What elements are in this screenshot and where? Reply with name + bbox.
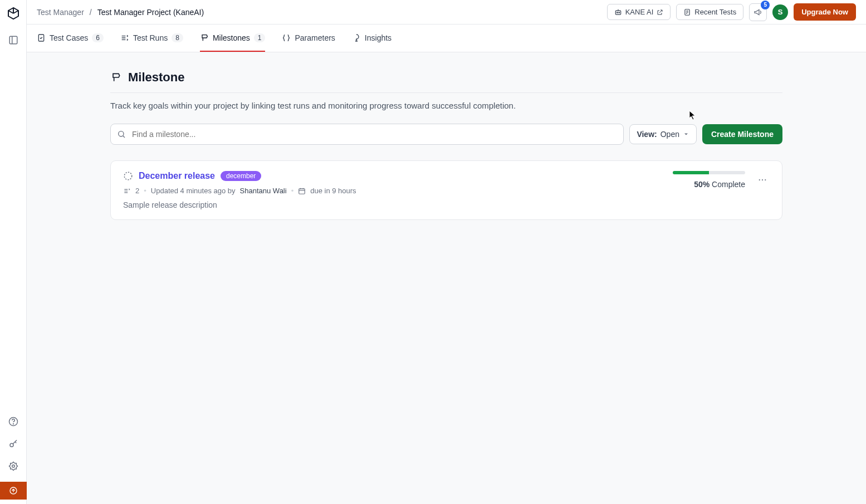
milestone-card: December release december 2 • Updated 4 … (110, 160, 782, 220)
panel-icon[interactable] (7, 33, 20, 47)
milestone-icon (200, 33, 209, 42)
svg-point-4 (10, 443, 13, 447)
help-icon[interactable] (7, 415, 20, 428)
svg-point-9 (619, 12, 620, 13)
topbar: Test Manager / Test Manager Project (Kan… (27, 0, 866, 25)
tab-bar: Test Cases 6 Test Runs 8 Milestones 1 Pa… (27, 25, 866, 52)
svg-point-5 (12, 465, 14, 468)
breadcrumb-current[interactable]: Test Manager Project (KaneAI) (97, 8, 204, 17)
progress-bar (673, 171, 745, 174)
notifications-button[interactable]: 5 (749, 3, 767, 21)
milestone-author: Shantanu Wali (240, 187, 287, 195)
chevron-down-icon (683, 131, 689, 138)
document-icon (683, 8, 691, 16)
insights-icon (352, 33, 361, 42)
svg-line-16 (123, 136, 125, 138)
search-input[interactable] (110, 124, 624, 145)
milestone-tag: december (221, 171, 261, 181)
svg-point-8 (617, 12, 618, 13)
svg-rect-0 (9, 36, 17, 44)
notification-badge: 5 (761, 1, 770, 9)
robot-icon (614, 8, 622, 16)
external-link-icon (657, 9, 663, 16)
kane-ai-button[interactable]: KANE AI (607, 4, 671, 20)
runs-icon (123, 187, 131, 195)
run-count: 2 (135, 187, 139, 195)
upload-icon[interactable] (0, 482, 27, 500)
progress-indicator: 50% Complete (673, 171, 745, 189)
key-icon[interactable] (7, 437, 20, 451)
tab-parameters[interactable]: Parameters (282, 25, 335, 52)
milestone-title-link[interactable]: December release (139, 171, 215, 181)
avatar[interactable]: S (772, 4, 788, 20)
svg-point-24 (765, 179, 766, 180)
svg-point-17 (124, 172, 132, 180)
progress-percent: 50% (694, 180, 710, 189)
svg-point-22 (759, 179, 760, 180)
upgrade-button[interactable]: Upgrade Now (794, 3, 856, 21)
left-sidebar (0, 0, 27, 504)
more-options-button[interactable] (755, 173, 770, 187)
breadcrumb-separator: / (90, 8, 92, 17)
calendar-icon (298, 187, 306, 195)
milestone-description: Sample release description (123, 200, 673, 209)
milestone-due: due in 9 hours (310, 187, 356, 195)
page-title: Milestone (110, 70, 782, 93)
tab-count: 6 (92, 33, 104, 42)
brand-logo-icon[interactable] (7, 7, 20, 20)
parameters-icon (282, 33, 291, 42)
milestone-icon (110, 72, 121, 83)
status-circle-icon (123, 171, 133, 181)
view-filter-dropdown[interactable]: View: Open (629, 124, 697, 144)
create-milestone-button[interactable]: Create Milestone (702, 124, 782, 144)
svg-point-3 (13, 424, 13, 424)
progress-fill (673, 171, 709, 174)
svg-rect-18 (299, 188, 305, 193)
tab-count: 8 (172, 33, 183, 42)
tab-insights[interactable]: Insights (352, 25, 392, 52)
tab-test-cases[interactable]: Test Cases 6 (37, 25, 104, 52)
search-icon (117, 130, 126, 139)
toolbar: View: Open Create Milestone (110, 124, 782, 145)
recent-tests-button[interactable]: Recent Tests (676, 4, 743, 20)
svg-point-23 (762, 179, 763, 180)
tab-test-runs[interactable]: Test Runs 8 (120, 25, 183, 52)
svg-point-15 (119, 131, 124, 136)
test-runs-icon (120, 33, 129, 42)
settings-icon[interactable] (7, 459, 20, 473)
tab-milestones[interactable]: Milestones 1 (200, 25, 266, 52)
milestone-meta: 2 • Updated 4 minutes ago by Shantanu Wa… (123, 187, 673, 195)
test-cases-icon (37, 33, 46, 42)
search-wrapper (110, 124, 624, 145)
page-description: Track key goals within your project by l… (110, 101, 782, 110)
svg-rect-7 (615, 11, 620, 14)
breadcrumb-root[interactable]: Test Manager (37, 8, 84, 17)
megaphone-icon (754, 8, 762, 17)
more-horizontal-icon (757, 175, 767, 185)
main-content: Milestone Track key goals within your pr… (27, 52, 866, 504)
breadcrumb: Test Manager / Test Manager Project (Kan… (37, 8, 204, 17)
tab-count: 1 (254, 33, 266, 42)
